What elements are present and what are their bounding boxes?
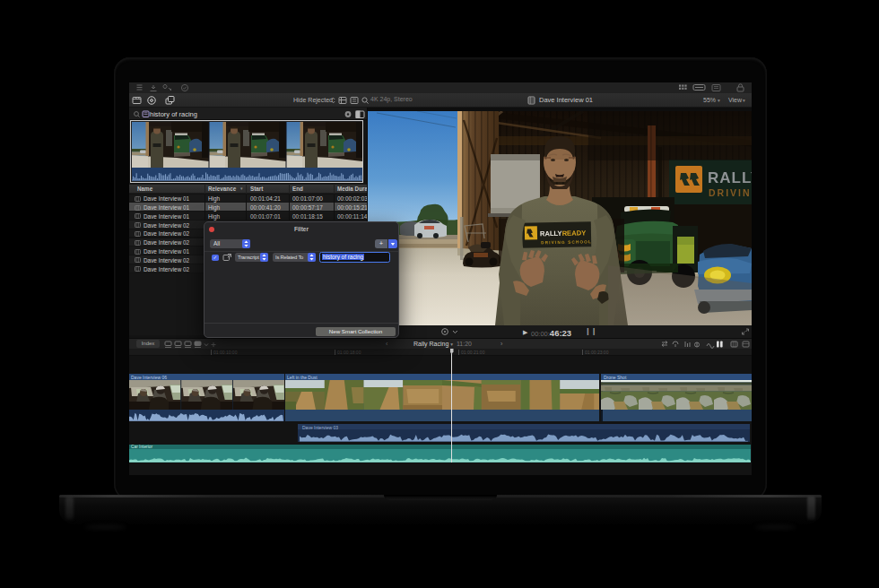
svg-text:DRIVING SCHOOL: DRIVING SCHOOL xyxy=(541,239,592,245)
svg-text:DRIVING: DRIVING xyxy=(709,187,752,198)
svg-text:RALLYREADY: RALLYREADY xyxy=(540,229,586,238)
svg-text:RALLY: RALLY xyxy=(708,169,752,186)
